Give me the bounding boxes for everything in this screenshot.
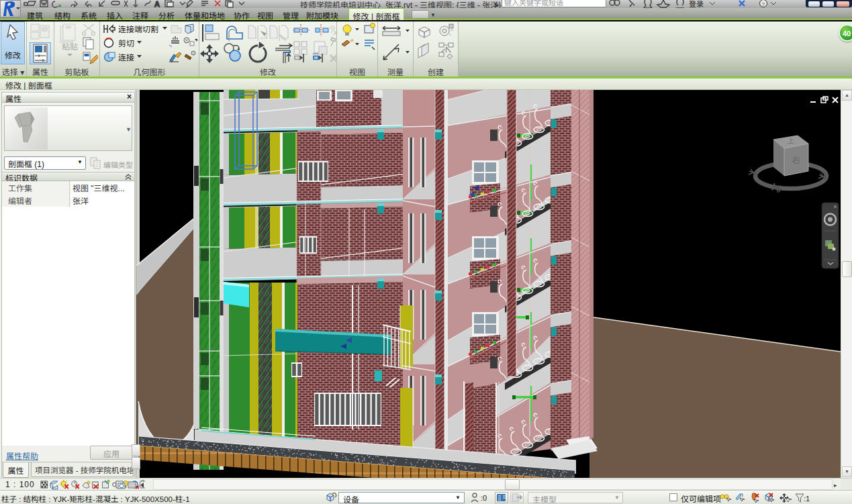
svg-text:右: 右 [792, 153, 800, 166]
svg-text:剪切: 剪切 [118, 37, 134, 48]
svg-text:?: ? [762, 1, 765, 7]
svg-text:连接端切割: 连接端切割 [118, 23, 158, 34]
svg-text:登录: 登录 [689, 0, 704, 8]
svg-text:连接: 连接 [118, 51, 134, 62]
svg-text:粘贴: 粘贴 [62, 40, 78, 52]
svg-text::1: :1 [804, 495, 810, 503]
svg-text:A: A [154, 0, 160, 8]
svg-text:上: 上 [787, 135, 794, 145]
svg-text::0: :0 [481, 494, 487, 502]
